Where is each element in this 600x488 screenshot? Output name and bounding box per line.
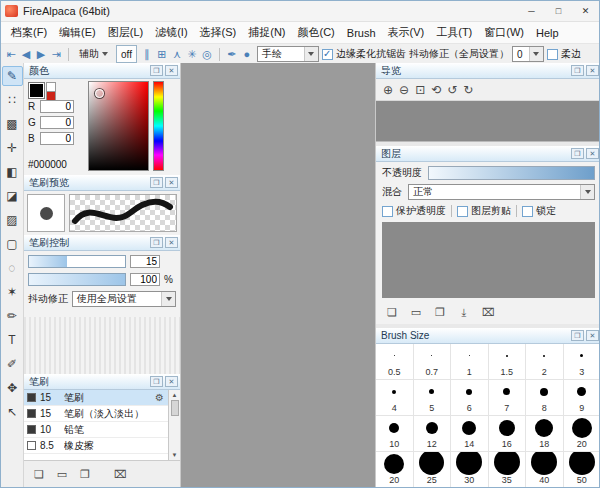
menu-edit[interactable]: 编辑(E) [53, 25, 102, 40]
nav-last-icon[interactable]: ⇥ [49, 46, 63, 62]
snap-off-button[interactable]: off [116, 45, 137, 63]
brush-panel-header[interactable]: 笔刷 ❐ ✕ [24, 374, 180, 390]
brush-size-cell[interactable]: 10 [376, 416, 414, 452]
b-input[interactable] [40, 132, 74, 145]
minimize-icon[interactable]: ─ [518, 1, 545, 21]
clipping-checkbox[interactable]: 图层剪贴 [457, 204, 511, 218]
brush-size-cell[interactable]: 50 [564, 452, 600, 487]
gradient-tool[interactable]: ▨ [2, 210, 23, 230]
soft-edge-checkbox[interactable]: 柔边 [547, 47, 581, 61]
duplicate-brush-icon[interactable]: ❐ [77, 466, 93, 482]
brush-size-cell[interactable]: 0.7 [414, 344, 452, 380]
assist-button[interactable]: 辅助 [74, 45, 113, 63]
menu-view[interactable]: 表示(V) [382, 25, 431, 40]
brush-type-select[interactable]: 手绘 [257, 46, 319, 62]
pattern-tool[interactable]: ▩ [2, 114, 23, 134]
close-panel-icon[interactable]: ✕ [586, 148, 599, 159]
zoom-out-icon[interactable]: ⊖ [399, 83, 409, 97]
eyedropper-tool[interactable]: ✐ [2, 354, 23, 374]
layer-list[interactable] [382, 222, 595, 298]
brush-size-cell[interactable]: 25 [414, 452, 452, 487]
stabilizer-select[interactable]: 0 [512, 46, 544, 62]
brush-size-cell[interactable]: 6 [451, 380, 489, 416]
select-rect-tool[interactable]: ▢ [2, 234, 23, 254]
snap-parallel-icon[interactable]: ∥ [140, 46, 154, 62]
brush-size-cell[interactable]: 9 [564, 380, 600, 416]
scroll-up-icon[interactable]: ▲ [172, 390, 178, 400]
zoom-in-icon[interactable]: ⊕ [383, 83, 393, 97]
r-input[interactable] [40, 100, 74, 113]
maximize-icon[interactable]: □ [545, 1, 572, 21]
float-panel-icon[interactable]: ❐ [150, 65, 163, 76]
brush-size-cell[interactable]: 18 [526, 416, 564, 452]
float-panel-icon[interactable]: ❐ [571, 65, 584, 76]
rotate-left-icon[interactable]: ↺ [447, 83, 457, 97]
close-panel-icon[interactable]: ✕ [165, 237, 178, 248]
close-panel-icon[interactable]: ✕ [165, 376, 178, 387]
menu-help[interactable]: Help [530, 27, 565, 39]
duplicate-layer-icon[interactable]: ❐ [432, 304, 448, 320]
menu-tool[interactable]: 工具(T) [430, 25, 478, 40]
float-panel-icon[interactable]: ❐ [150, 177, 163, 188]
brush-size-cell[interactable]: 12 [414, 416, 452, 452]
pen-tool[interactable]: ✎ [2, 66, 23, 86]
menu-brush[interactable]: Brush [341, 27, 382, 39]
nav-first-icon[interactable]: ⇤ [4, 46, 18, 62]
lasso-tool[interactable]: ◌ [2, 258, 23, 278]
snap-radial-icon[interactable]: ✳ [185, 46, 199, 62]
brush-preview-panel-header[interactable]: 笔刷预览 ❐ ✕ [24, 175, 180, 191]
brush-size-cell[interactable]: 2 [526, 344, 564, 380]
select-pen-tool[interactable]: ✏ [2, 306, 23, 326]
brush-settings-icon[interactable]: ⚙ [155, 392, 164, 403]
scroll-thumb[interactable] [171, 400, 179, 416]
brush-size-cell[interactable]: 30 [451, 452, 489, 487]
menu-window[interactable]: 窗口(W) [478, 25, 530, 40]
zoom-fit-icon[interactable]: ⊡ [415, 83, 425, 97]
close-icon[interactable]: ✕ [572, 1, 599, 21]
brush-size-cell[interactable]: 20 [564, 416, 600, 452]
layer-opacity-slider[interactable] [428, 166, 595, 180]
new-layer-folder-icon[interactable]: ▭ [408, 304, 424, 320]
brush-size-cell[interactable]: 20 [376, 452, 414, 487]
layer-panel-header[interactable]: 图层 ❐ ✕ [376, 146, 600, 162]
close-panel-icon[interactable]: ✕ [586, 65, 599, 76]
float-panel-icon[interactable]: ❐ [571, 330, 584, 341]
hand-tool[interactable]: ✥ [2, 378, 23, 398]
float-panel-icon[interactable]: ❐ [150, 376, 163, 387]
brush-size-cell[interactable]: 14 [451, 416, 489, 452]
brush-item-pencil[interactable]: 10铅笔 [24, 422, 180, 438]
brush-size-cell[interactable]: 5 [414, 380, 452, 416]
snap-crisscross-icon[interactable]: ⊞ [155, 46, 169, 62]
eraser-tool[interactable]: ◪ [2, 186, 23, 206]
new-brush-icon[interactable]: ❏ [31, 466, 47, 482]
brush-list-scrollbar[interactable]: ▲ ▼ [168, 390, 180, 460]
brush-size-cell[interactable]: 1.5 [489, 344, 527, 380]
brush-size-cell[interactable]: 7 [489, 380, 527, 416]
brush-item-pen[interactable]: 15笔刷⚙ [24, 390, 180, 406]
menu-filter[interactable]: 滤镜(I) [149, 25, 193, 40]
brush-dot-icon[interactable]: ● [240, 46, 254, 62]
brush-control-panel-header[interactable]: 笔刷控制 ❐ ✕ [24, 235, 180, 251]
new-brush-folder-icon[interactable]: ▭ [54, 466, 70, 482]
brush-size-cell[interactable]: 40 [526, 452, 564, 487]
delete-layer-icon[interactable]: ⌧ [480, 304, 496, 320]
close-panel-icon[interactable]: ✕ [165, 65, 178, 76]
brush-nib-icon[interactable]: ✒ [225, 46, 239, 62]
brush-size-input[interactable] [130, 255, 160, 268]
close-panel-icon[interactable]: ✕ [165, 177, 178, 188]
text-tool[interactable]: T [2, 330, 23, 350]
float-panel-icon[interactable]: ❐ [571, 148, 584, 159]
antialias-checkbox[interactable]: 边缘柔化抗锯齿 [322, 47, 406, 61]
brush-size-cell[interactable]: 3 [564, 344, 600, 380]
blend-mode-select[interactable]: 正常 [408, 184, 595, 200]
arrow-tool[interactable]: ↖ [2, 402, 23, 422]
stabilizer-mode-select[interactable]: 使用全局设置 [72, 291, 176, 307]
fill-tool[interactable]: ◧ [2, 162, 23, 182]
menu-color[interactable]: 颜色(C) [292, 25, 341, 40]
protect-alpha-checkbox[interactable]: 保护透明度 [382, 204, 446, 218]
color-panel-header[interactable]: 颜色 ❐ ✕ [24, 63, 180, 79]
merge-down-icon[interactable]: ⤓ [456, 304, 472, 320]
scroll-down-icon[interactable]: ▼ [172, 450, 178, 460]
snap-circle-icon[interactable]: ◎ [200, 46, 214, 62]
current-color-swatch[interactable] [28, 82, 45, 99]
